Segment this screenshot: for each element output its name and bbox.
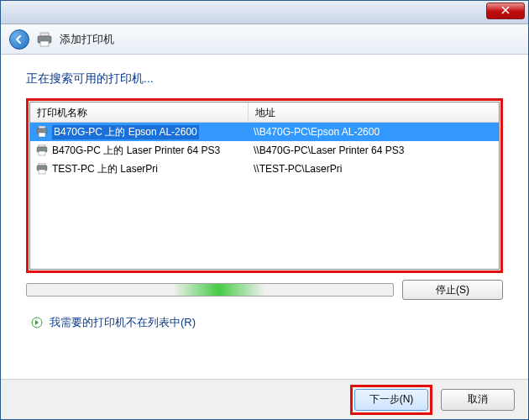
progress-fill [173,284,264,296]
header-title: 添加打印机 [60,32,114,47]
list-body: B470G-PC 上的 Epson AL-2600\\B470G-PC\Epso… [30,123,499,178]
dialog-window: 添加打印机 正在搜索可用的打印机... 打印机名称 地址 B470G-PC 上的… [0,0,529,420]
svg-rect-6 [39,133,45,137]
close-icon [501,6,510,14]
printer-icon [36,32,53,47]
svg-rect-8 [39,144,45,147]
printer-name: B470G-PC 上的 Laser Printer 64 PS3 [52,144,220,158]
column-header-name[interactable]: 打印机名称 [30,102,249,122]
back-button[interactable] [9,29,29,50]
cell-address: \\B470G-PC\Laser Printer 64 PS3 [249,143,499,158]
not-listed-label: 我需要的打印机不在列表中(R) [50,315,196,330]
network-printer-icon [35,126,49,138]
svg-point-11 [44,149,45,150]
svg-point-15 [44,167,45,169]
searching-title: 正在搜索可用的打印机... [26,71,503,87]
progress-row: 停止(S) [26,280,503,300]
table-row[interactable]: TEST-PC 上的 LaserPri\\TEST-PC\LaserPri [30,160,499,178]
svg-rect-10 [39,151,45,155]
content-area: 正在搜索可用的打印机... 打印机名称 地址 B470G-PC 上的 Epson… [1,55,528,379]
column-header-address[interactable]: 地址 [249,102,499,122]
cancel-button[interactable]: 取消 [441,389,515,411]
printer-not-listed-link[interactable]: 我需要的打印机不在列表中(R) [31,315,503,330]
svg-rect-2 [40,41,49,46]
cell-name: TEST-PC 上的 LaserPri [30,160,249,178]
table-row[interactable]: B470G-PC 上的 Epson AL-2600\\B470G-PC\Epso… [30,123,499,141]
cell-name: B470G-PC 上的 Epson AL-2600 [30,123,249,141]
search-progress [26,283,394,297]
svg-rect-4 [39,126,45,129]
next-button[interactable]: 下一步(N) [354,389,428,411]
cell-address: \\TEST-PC\LaserPri [249,161,499,176]
svg-rect-14 [39,170,45,174]
header-bar: 添加打印机 [1,24,528,55]
svg-rect-12 [39,163,45,165]
list-header: 打印机名称 地址 [30,102,499,123]
cell-address: \\B470G-PC\Epson AL-2600 [249,124,499,139]
arrow-right-icon [31,317,43,328]
printer-list-highlight: 打印机名称 地址 B470G-PC 上的 Epson AL-2600\\B470… [26,98,503,273]
footer: 下一步(N) 取消 [1,379,528,419]
close-button[interactable] [486,3,525,19]
printer-name: TEST-PC 上的 LaserPri [52,162,158,176]
back-arrow-icon [14,34,24,45]
svg-rect-0 [40,33,49,36]
svg-point-3 [48,38,50,39]
network-printer-icon [35,144,49,156]
svg-point-7 [44,130,45,132]
titlebar [1,1,528,24]
stop-button[interactable]: 停止(S) [402,280,503,300]
cell-name: B470G-PC 上的 Laser Printer 64 PS3 [30,142,249,160]
table-row[interactable]: B470G-PC 上的 Laser Printer 64 PS3\\B470G-… [30,141,499,160]
network-printer-icon [35,163,49,175]
printer-list[interactable]: 打印机名称 地址 B470G-PC 上的 Epson AL-2600\\B470… [29,102,500,270]
printer-name: B470G-PC 上的 Epson AL-2600 [52,125,199,139]
next-button-highlight: 下一步(N) [350,385,432,415]
